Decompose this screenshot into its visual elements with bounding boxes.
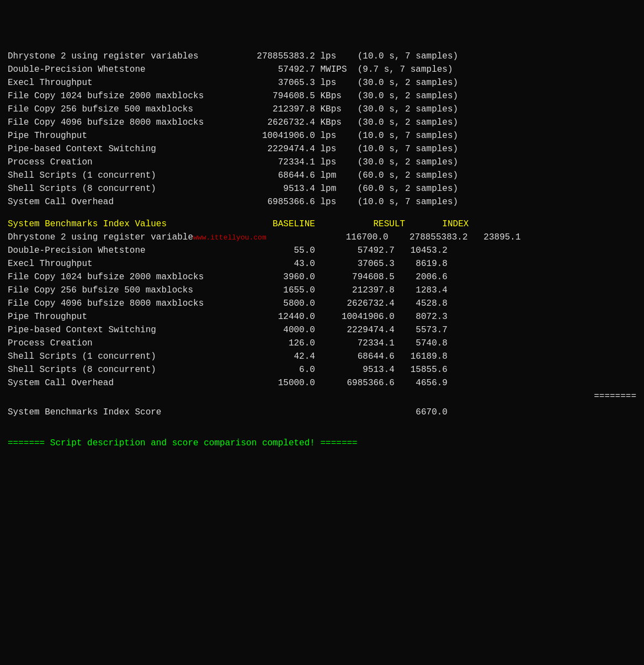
score-line: System Benchmarks Index Score 6670.0 <box>8 406 636 419</box>
index-row: Shell Scripts (8 concurrent) 6.0 9513.4 … <box>8 363 636 376</box>
test-row: Double-Precision Whetstone 57492.7 MWIPS… <box>8 63 636 76</box>
index-section: System Benchmarks Index Values BASELINE … <box>8 217 636 419</box>
terminal-window: Dhrystone 2 using register variables 278… <box>8 6 636 450</box>
index-row: Process Creation 126.0 72334.1 5740.8 <box>8 337 636 350</box>
index-row-values: 116700.0 278855383.2 23895.1 <box>267 232 521 242</box>
test-row: Process Creation 72334.1 lps (30.0 s, 2 … <box>8 156 636 169</box>
test-row: Shell Scripts (8 concurrent) 9513.4 lpm … <box>8 182 636 195</box>
index-row: Pipe-based Context Switching 4000.0 2229… <box>8 323 636 337</box>
index-row: File Copy 1024 bufsize 2000 maxblocks 39… <box>8 270 636 284</box>
index-row: File Copy 4096 bufsize 8000 maxblocks 58… <box>8 297 636 310</box>
test-row: Pipe Throughput 10041906.0 lps (10.0 s, … <box>8 129 636 142</box>
footer-section: ======= Script description and score com… <box>8 437 636 450</box>
index-row: Double-Precision Whetstone 55.0 57492.7 … <box>8 244 636 257</box>
index-header: System Benchmarks Index Values BASELINE … <box>8 217 636 231</box>
completion-line: ======= Script description and score com… <box>8 437 636 450</box>
test-row: Dhrystone 2 using register variables 278… <box>8 50 636 63</box>
test-results-section: Dhrystone 2 using register variables 278… <box>8 50 636 209</box>
test-row: File Copy 256 bufsize 500 maxblocks 2123… <box>8 103 636 116</box>
index-row: File Copy 256 bufsize 500 maxblocks 1655… <box>8 284 636 297</box>
index-row-name: Dhrystone 2 using register variable <box>8 232 193 242</box>
test-row: File Copy 1024 bufsize 2000 maxblocks 79… <box>8 89 636 103</box>
test-row: Execl Throughput 37065.3 lps (30.0 s, 2 … <box>8 76 636 89</box>
test-rows: Dhrystone 2 using register variables 278… <box>8 50 636 209</box>
watermark: www.ittellyou.com <box>193 233 267 242</box>
equals-bar: ======== <box>8 390 636 403</box>
test-row: Pipe-based Context Switching 2229474.4 l… <box>8 142 636 156</box>
index-row: Execl Throughput 43.0 37065.3 8619.8 <box>8 257 636 270</box>
test-row: Shell Scripts (1 concurrent) 68644.6 lpm… <box>8 169 636 182</box>
index-row: Shell Scripts (1 concurrent) 42.4 68644.… <box>8 350 636 363</box>
terminal-output <box>8 6 636 45</box>
test-row: File Copy 4096 bufsize 8000 maxblocks 26… <box>8 116 636 129</box>
index-row: System Call Overhead 15000.0 6985366.6 4… <box>8 376 636 390</box>
test-row: System Call Overhead 6985366.6 lps (10.0… <box>8 195 636 209</box>
index-row: Pipe Throughput 12440.0 10041906.0 8072.… <box>8 310 636 323</box>
index-row: Dhrystone 2 using register variablewww.i… <box>8 231 636 244</box>
